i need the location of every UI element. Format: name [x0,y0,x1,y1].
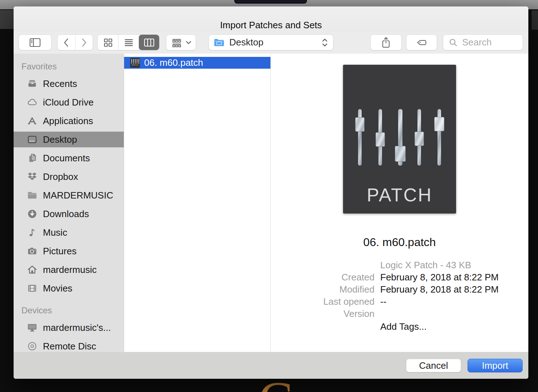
icloud-icon [26,97,38,108]
sidebar-item-label: mardermusic's... [43,322,111,333]
recents-icon [26,78,38,89]
sidebar-item-desktop[interactable]: Desktop [14,132,124,147]
dialog-titlebar: Import Patches and Sets [14,6,528,31]
applications-icon [26,115,38,127]
icon-view-button[interactable] [98,35,118,50]
dialog-title: Import Patches and Sets [220,20,322,31]
sidebar: Favorites Recents iCloud Drive Applicati… [14,54,124,352]
background-app-tab [234,0,307,4]
created-label: Created [271,273,375,281]
downloads-icon [26,208,38,220]
preview-pane: PATCH 06. m60.patch Logic X Patch - 43 K… [271,54,528,352]
sidebar-item-label: Dropbox [43,171,78,182]
sidebar-item-label: mardermusic [43,264,97,275]
sidebar-item-movies[interactable]: Movies [14,280,124,296]
location-label: Desktop [229,37,317,48]
fader-knob [415,132,424,146]
cancel-button[interactable]: Cancel [406,359,461,372]
sidebar-item-icloud-drive[interactable]: iCloud Drive [14,94,124,110]
sidebar-item-computer[interactable]: mardermusic's... [14,320,124,335]
blue-folder-icon [213,37,225,48]
home-icon [26,264,38,275]
file-row-m60-patch[interactable]: PATCH 06. m60.patch [124,57,270,69]
share-icon [380,36,392,49]
view-mode-segmented-control [97,34,160,50]
sidebar-item-label: iCloud Drive [43,97,94,108]
dialog-toolbar: Desktop [14,31,528,54]
sidebar-item-downloads[interactable]: Downloads [14,206,124,222]
tags-button[interactable] [406,34,437,50]
column-view-icon [143,36,156,49]
back-button[interactable] [58,35,75,50]
chevron-down-icon [185,40,192,45]
sidebar-item-music[interactable]: Music [14,225,124,240]
group-by-icon [171,37,183,48]
display-icon [26,322,38,333]
sidebar-item-label: Pictures [43,246,77,257]
fader-knob [395,146,406,162]
share-button[interactable] [370,34,402,50]
fader-knob [355,117,365,132]
history-nav [57,34,93,50]
group-by-button[interactable] [166,34,196,50]
info-created-row: Created February 8, 2018 at 8:22 PM [271,273,528,281]
dropbox-icon [26,171,38,182]
created-value: February 8, 2018 at 8:22 PM [380,273,499,281]
sidebar-toggle-icon [28,36,42,49]
sidebar-section-favorites: Favorites [21,62,124,72]
column-view-button[interactable] [139,35,159,50]
folder-icon [26,190,38,201]
fader-knob [376,132,385,147]
sidebar-item-mardermusic-folder[interactable]: MARDERMUSIC [14,187,124,203]
last-opened-label: Last opened [271,297,375,306]
sidebar-item-label: Recents [43,78,77,89]
documents-icon [26,152,38,164]
search-icon [448,38,458,48]
sidebar-item-dropbox[interactable]: Dropbox [14,169,124,185]
chevron-right-icon [80,37,88,48]
import-button[interactable]: Import [468,359,523,372]
file-list-column: PATCH 06. m60.patch [124,54,271,352]
background-left-gutter [0,9,14,29]
search-field[interactable] [443,34,523,50]
sidebar-item-remote-disc[interactable]: Remote Disc [14,338,124,352]
file-name: 06. m60.patch [144,57,203,68]
sidebar-item-applications[interactable]: Applications [14,113,124,129]
info-add-tags-row: Add Tags... [271,322,528,331]
sidebar-item-label: Movies [43,283,72,294]
sidebar-item-label: Applications [43,116,93,127]
preview-file-info: Logic X Patch - 43 KB Created February 8… [271,261,528,334]
desktop-icon [26,134,38,145]
patch-icon-label: PATCH [343,184,456,206]
dialog-content: Favorites Recents iCloud Drive Applicati… [14,54,528,352]
import-dialog: Import Patches and Sets [14,6,528,379]
music-icon [26,227,38,238]
add-tags-link[interactable]: Add Tags... [380,322,427,331]
sidebar-item-documents[interactable]: Documents [14,150,124,166]
info-version-row: Version [271,309,528,318]
patch-preview-icon: PATCH [343,65,456,214]
sidebar-item-label: Remote Disc [43,341,96,352]
sidebar-item-label: Downloads [43,209,89,220]
sidebar-item-pictures[interactable]: Pictures [14,243,124,259]
popup-chevrons-icon [321,38,329,48]
info-summary-row: Logic X Patch - 43 KB [271,261,528,269]
sidebar-item-recents[interactable]: Recents [14,76,124,92]
location-popup[interactable]: Desktop [209,34,333,50]
info-last-opened-row: Last opened -- [271,297,528,306]
forward-button[interactable] [75,35,93,50]
movies-icon [26,283,38,294]
search-input[interactable] [461,36,517,48]
list-view-icon [123,36,135,49]
last-opened-value: -- [380,297,386,306]
tag-icon [415,37,428,48]
modified-label: Modified [271,285,375,294]
sidebar-item-home[interactable]: mardermusic [14,262,124,278]
list-view-button[interactable] [118,35,139,50]
grid-view-icon [102,36,114,49]
file-kind-size: Logic X Patch - 43 KB [380,261,471,269]
fader-knob [434,117,444,131]
toggle-sidebar-button[interactable] [19,34,52,50]
sidebar-item-label: Desktop [43,134,77,145]
version-label: Version [271,309,375,318]
